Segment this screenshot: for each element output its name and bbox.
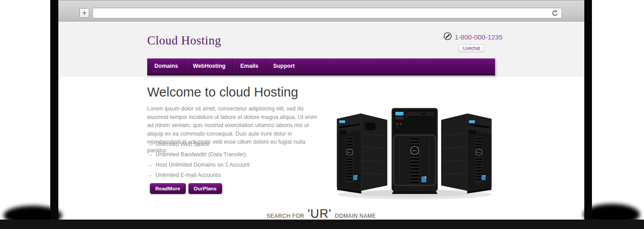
nav-item-support[interactable]: Support — [266, 58, 302, 74]
feature-item: →Unlimited Web Space — [147, 141, 250, 147]
livechat-button[interactable]: Livechat — [458, 44, 485, 52]
ourplans-button[interactable]: OurPlans — [188, 183, 222, 194]
arrow-icon: → — [147, 141, 153, 147]
hero-buttons: ReadMore OurPlans — [150, 183, 222, 194]
feature-item: →Unlimited E-mail Accounts — [147, 172, 250, 178]
url-input[interactable] — [96, 9, 548, 18]
web-page: Cloud Hosting 1-800-000-1235 Livechat — [58, 22, 584, 223]
search-banner-highlight: 'UR' — [307, 207, 331, 220]
feature-item: →Host Unlimited Domains on 1 Account — [147, 162, 250, 168]
screenshot-canvas: + Cloud Hosting — [0, 0, 644, 229]
right-tower: DELL — [441, 114, 491, 194]
phone-icon — [443, 32, 452, 42]
arrow-icon: → — [147, 172, 153, 178]
center-tower: DELL — [392, 108, 438, 194]
address-bar[interactable] — [92, 8, 562, 18]
server-towers-image: DELL — [333, 106, 495, 201]
svg-text:DELL: DELL — [348, 152, 352, 154]
site-logo: Cloud Hosting — [147, 34, 221, 48]
search-banner-prefix: SEARCH FOR — [267, 213, 304, 219]
page-title: Welcome to cloud Hosting — [147, 85, 298, 100]
phone-contact: 1-800-000-1235 — [443, 32, 503, 42]
left-tower: DELL — [337, 114, 387, 194]
refresh-icon[interactable] — [551, 9, 559, 18]
main-navigation: Domains WebHosting Emails Support — [147, 58, 495, 75]
nav-item-emails[interactable]: Emails — [233, 58, 266, 74]
domain-search-banner: SEARCH FOR 'UR' DOMAIN NAME — [58, 207, 584, 221]
window-shadow-right — [584, 0, 592, 223]
browser-window: + Cloud Hosting — [58, 0, 584, 223]
arrow-icon: → — [147, 162, 153, 168]
svg-text:DELL: DELL — [477, 152, 481, 154]
arrow-icon: → — [147, 151, 153, 158]
bottom-black-bar — [0, 220, 644, 229]
window-shadow-left — [50, 0, 58, 223]
nav-item-domains[interactable]: Domains — [147, 58, 186, 74]
feature-item: →Unlimited Bandwidth (Data Transfer) — [147, 152, 250, 158]
new-tab-button[interactable]: + — [79, 8, 89, 18]
readmore-button[interactable]: ReadMore — [150, 183, 186, 194]
phone-number: 1-800-000-1235 — [455, 33, 503, 41]
browser-toolbar: + — [58, 0, 584, 22]
nav-item-webhosting[interactable]: WebHosting — [186, 58, 233, 74]
search-banner-suffix: DOMAIN NAME — [335, 213, 376, 219]
feature-list: →Unlimited Web Space →Unlimited Bandwidt… — [147, 141, 250, 183]
svg-text:DELL: DELL — [412, 150, 417, 152]
